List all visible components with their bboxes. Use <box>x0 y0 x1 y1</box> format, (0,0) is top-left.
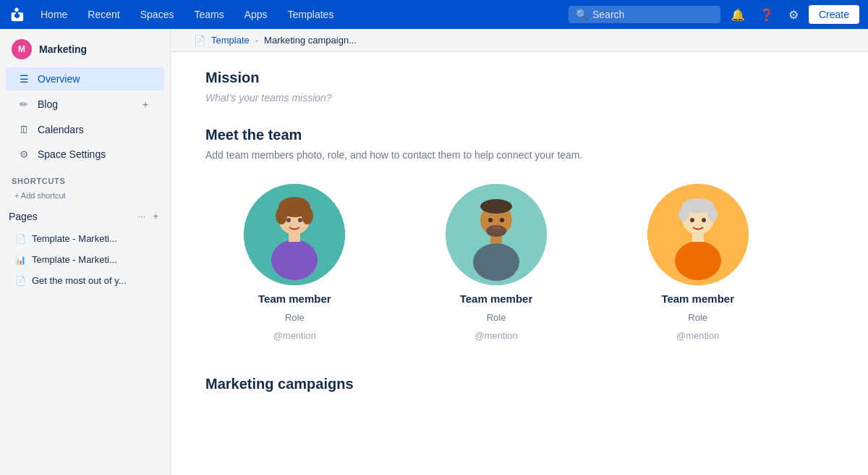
member-role-1: Role <box>285 312 305 323</box>
member-mention-3: @mention <box>676 330 719 341</box>
main-content: 📄 Template - Marketing campaign... Missi… <box>171 29 868 475</box>
svg-point-15 <box>488 218 493 222</box>
pages-section: Pages ··· + <box>3 206 167 227</box>
nav-apps[interactable]: Apps <box>237 6 275 23</box>
member-role-2: Role <box>487 312 506 323</box>
member-mention-2: @mention <box>475 330 517 341</box>
sidebar-item-label: Overview <box>38 73 80 85</box>
nav-teams[interactable]: Teams <box>187 6 231 23</box>
member-mention-1: @mention <box>273 330 316 341</box>
team-member-2: Team member Role @mention <box>407 184 586 341</box>
nav-templates[interactable]: Templates <box>281 6 341 23</box>
pages-more-button[interactable]: ··· <box>135 209 149 223</box>
team-member-3: Team member Role @mention <box>608 184 787 341</box>
page-content: Mission What's your teams mission? Meet … <box>171 52 822 427</box>
notification-button[interactable]: 🔔 <box>726 5 749 25</box>
member-role-3: Role <box>688 312 707 323</box>
mission-placeholder: What's your teams mission? <box>205 92 787 104</box>
create-button[interactable]: Create <box>809 5 859 24</box>
page-label: Template - Marketi... <box>32 254 117 265</box>
chart-icon: 📊 <box>14 255 26 265</box>
sidebar-item-label: Calendars <box>38 124 84 135</box>
blog-icon: ✏ <box>17 98 30 111</box>
breadcrumb-bar: 📄 Template - Marketing campaign... <box>171 29 868 52</box>
help-button[interactable]: ❓ <box>755 5 778 25</box>
settings-button[interactable]: ⚙ <box>784 5 803 25</box>
svg-point-20 <box>678 207 689 222</box>
list-item[interactable]: 📊 Template - Marketi... <box>3 250 167 269</box>
svg-point-11 <box>480 199 512 214</box>
nav-recent[interactable]: Recent <box>80 6 127 23</box>
list-item[interactable]: 📄 Get the most out of y... <box>3 271 167 290</box>
svg-point-4 <box>302 207 313 224</box>
search-bar[interactable]: 🔍 Search <box>569 6 720 23</box>
svg-rect-23 <box>692 232 704 242</box>
svg-point-12 <box>473 243 519 281</box>
page-icon: 📄 <box>14 276 26 286</box>
svg-point-14 <box>486 225 506 237</box>
page-label: Template - Marketi... <box>32 233 117 244</box>
svg-point-24 <box>690 218 694 222</box>
template-icon: 📄 <box>194 35 205 46</box>
sidebar-item-calendars[interactable]: 🗓 Calendars <box>6 118 164 141</box>
member-name-2: Team member <box>460 293 533 305</box>
team-member-1: Team member Role @mention <box>205 184 384 341</box>
svg-point-5 <box>271 240 318 280</box>
pages-actions: ··· + <box>135 209 161 223</box>
sidebar-item-space-settings[interactable]: ⚙ Space Settings <box>6 143 164 166</box>
calendars-icon: 🗓 <box>17 123 30 136</box>
svg-point-21 <box>707 207 718 222</box>
svg-point-3 <box>276 207 287 224</box>
page-icon: 📄 <box>14 234 26 244</box>
main-layout: M Marketing ☰ Overview ✏ Blog + 🗓 Calend… <box>0 29 868 475</box>
overview-icon: ☰ <box>17 72 30 85</box>
page-label: Get the most out of y... <box>32 275 127 286</box>
settings-icon: ⚙ <box>17 148 30 161</box>
team-grid: Team member Role @mention <box>205 184 787 341</box>
avatar: M <box>12 39 32 59</box>
svg-point-22 <box>675 241 721 280</box>
list-item[interactable]: 📄 Template - Marketi... <box>3 229 167 248</box>
pages-label[interactable]: Pages <box>9 211 38 222</box>
search-label: Search <box>592 9 624 20</box>
svg-rect-6 <box>289 232 300 242</box>
member-avatar-3 <box>647 184 749 285</box>
svg-point-25 <box>702 218 706 222</box>
sidebar-item-label: Space Settings <box>38 148 106 160</box>
sidebar-space-header[interactable]: M Marketing <box>0 29 170 67</box>
meet-heading: Meet the team <box>205 127 787 143</box>
search-icon: 🔍 <box>576 9 588 20</box>
add-shortcut-button[interactable]: + Add shortcut <box>12 190 170 201</box>
svg-point-7 <box>286 218 291 222</box>
campaigns-heading: Marketing campaigns <box>205 376 787 392</box>
top-nav: Home Recent Spaces Teams Apps Templates … <box>0 0 868 29</box>
breadcrumb-current: Marketing campaign... <box>264 35 357 46</box>
member-avatar-1 <box>244 184 345 285</box>
sidebar-item-overview[interactable]: ☰ Overview <box>6 67 164 91</box>
sidebar-item-label: Blog <box>38 98 58 110</box>
breadcrumb-sep: - <box>255 35 258 46</box>
member-name-1: Team member <box>258 293 331 305</box>
member-avatar-2 <box>446 184 547 285</box>
sidebar-item-blog[interactable]: ✏ Blog + <box>6 92 164 117</box>
meet-description: Add team members photo, role, and how to… <box>205 149 787 161</box>
template-link[interactable]: Template <box>211 35 250 46</box>
nav-spaces[interactable]: Spaces <box>133 6 182 23</box>
member-name-3: Team member <box>661 293 734 305</box>
svg-point-8 <box>298 218 302 222</box>
pages-add-button[interactable]: + <box>150 209 161 223</box>
logo-icon[interactable] <box>9 7 25 22</box>
blog-add-button[interactable]: + <box>138 97 153 112</box>
nav-home[interactable]: Home <box>33 6 75 23</box>
mission-heading: Mission <box>205 70 787 86</box>
svg-point-16 <box>500 218 504 222</box>
sidebar: M Marketing ☰ Overview ✏ Blog + 🗓 Calend… <box>0 29 171 475</box>
space-name: Marketing <box>39 43 87 55</box>
shortcuts-section: SHORTCUTS <box>0 167 170 190</box>
